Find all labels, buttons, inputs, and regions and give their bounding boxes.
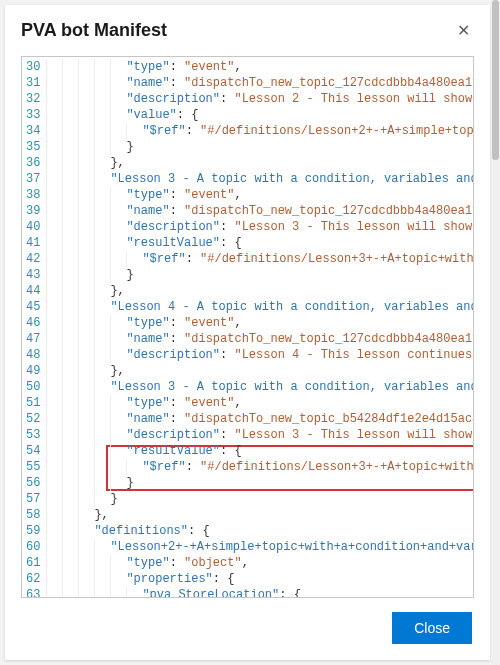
dialog-footer: Close [5, 598, 490, 660]
line-number: 52 [26, 411, 40, 427]
dialog-title: PVA bot Manifest [21, 20, 167, 41]
line-number: 35 [26, 139, 40, 155]
line-number: 57 [26, 491, 40, 507]
code-line[interactable]: "name": "dispatchTo_new_topic_127cdcdbbb… [46, 203, 473, 219]
line-number: 46 [26, 315, 40, 331]
close-button[interactable]: Close [392, 612, 472, 644]
line-number: 41 [26, 235, 40, 251]
dialog-pva-manifest: PVA bot Manifest ✕ 303132333435363738394… [5, 5, 490, 660]
code-line[interactable]: "$ref": "#/definitions/Lesson+3+-+A+topi… [46, 459, 473, 475]
code-content[interactable]: "type": "event","name": "dispatchTo_new_… [46, 57, 473, 597]
line-number: 30 [26, 59, 40, 75]
line-number: 62 [26, 571, 40, 587]
code-line[interactable]: "definitions": { [46, 523, 473, 539]
line-number: 43 [26, 267, 40, 283]
line-number: 50 [26, 379, 40, 395]
line-number: 47 [26, 331, 40, 347]
code-line[interactable]: "description": "Lesson 2 - This lesson w… [46, 91, 473, 107]
line-number: 38 [26, 187, 40, 203]
page-scrollbar-thumb[interactable] [492, 0, 499, 160]
line-number: 63 [26, 587, 40, 597]
line-number: 58 [26, 507, 40, 523]
code-line[interactable]: "resultValue": { [46, 235, 473, 251]
line-number: 51 [26, 395, 40, 411]
code-line[interactable]: "type": "object", [46, 555, 473, 571]
line-number: 36 [26, 155, 40, 171]
line-number: 55 [26, 459, 40, 475]
code-line[interactable]: } [46, 491, 473, 507]
code-line[interactable]: "name": "dispatchTo_new_topic_127cdcdbbb… [46, 331, 473, 347]
line-number: 48 [26, 347, 40, 363]
code-line[interactable]: "resultValue": { [46, 443, 473, 459]
code-line[interactable]: "type": "event", [46, 315, 473, 331]
line-number: 33 [26, 107, 40, 123]
code-line[interactable]: "description": "Lesson 3 - This lesson w… [46, 219, 473, 235]
code-line[interactable]: "$ref": "#/definitions/Lesson+3+-+A+topi… [46, 251, 473, 267]
code-line[interactable]: "name": "dispatchTo_new_topic_b54284df1e… [46, 411, 473, 427]
code-line[interactable]: } [46, 475, 473, 491]
code-line[interactable]: }, [46, 155, 473, 171]
page-scrollbar[interactable] [491, 0, 500, 665]
line-number: 54 [26, 443, 40, 459]
code-line[interactable]: "properties": { [46, 571, 473, 587]
code-line[interactable]: "Lesson+2+-+A+simple+topic+with+a+condit… [46, 539, 473, 555]
code-line[interactable]: "type": "event", [46, 187, 473, 203]
line-number: 49 [26, 363, 40, 379]
code-line[interactable]: "name": "dispatchTo_new_topic_127cdcdbbb… [46, 75, 473, 91]
code-line[interactable]: "description": "Lesson 4 - This lesson c… [46, 347, 473, 363]
code-line[interactable]: "Lesson 3 - A topic with a condition, va… [46, 379, 473, 395]
line-number: 40 [26, 219, 40, 235]
dialog-header: PVA bot Manifest ✕ [5, 5, 490, 52]
line-number: 56 [26, 475, 40, 491]
line-number: 45 [26, 299, 40, 315]
line-number: 34 [26, 123, 40, 139]
code-line[interactable]: "type": "event", [46, 395, 473, 411]
line-number: 61 [26, 555, 40, 571]
line-number: 60 [26, 539, 40, 555]
code-line[interactable]: }, [46, 363, 473, 379]
code-line[interactable]: "description": "Lesson 3 - This lesson w… [46, 427, 473, 443]
code-line[interactable]: "value": { [46, 107, 473, 123]
code-line[interactable]: "pva_StoreLocation": { [46, 587, 473, 597]
code-viewer: 3031323334353637383940414243444546474849… [21, 56, 474, 598]
code-line[interactable]: "$ref": "#/definitions/Lesson+2+-+A+simp… [46, 123, 473, 139]
code-line[interactable]: }, [46, 283, 473, 299]
code-line[interactable]: } [46, 267, 473, 283]
line-number: 59 [26, 523, 40, 539]
code-line[interactable]: "Lesson 3 - A topic with a condition, va… [46, 171, 473, 187]
line-number: 44 [26, 283, 40, 299]
line-number: 31 [26, 75, 40, 91]
line-number: 37 [26, 171, 40, 187]
close-icon[interactable]: ✕ [453, 17, 474, 44]
json-editor[interactable]: 3031323334353637383940414243444546474849… [22, 57, 473, 597]
line-number: 32 [26, 91, 40, 107]
line-number-gutter: 3031323334353637383940414243444546474849… [22, 57, 46, 597]
code-line[interactable]: "Lesson 4 - A topic with a condition, va… [46, 299, 473, 315]
code-line[interactable]: "type": "event", [46, 59, 473, 75]
code-line[interactable]: } [46, 139, 473, 155]
code-line[interactable]: }, [46, 507, 473, 523]
line-number: 53 [26, 427, 40, 443]
line-number: 42 [26, 251, 40, 267]
line-number: 39 [26, 203, 40, 219]
